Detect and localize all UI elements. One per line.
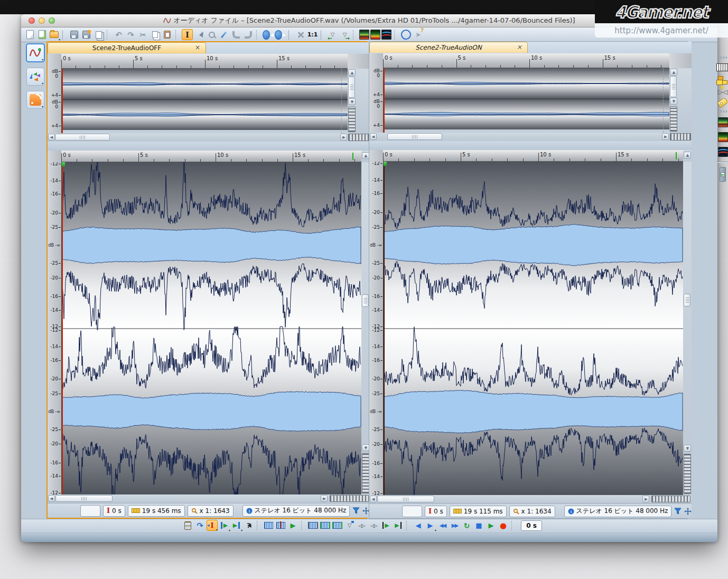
audio-range-refresh-icon[interactable]: ↷: [194, 520, 206, 531]
loop-region-b-icon[interactable]: [320, 520, 331, 531]
paste-icon[interactable]: [162, 29, 173, 40]
filter-funnel-icon[interactable]: [674, 508, 682, 515]
scroll-down-button[interactable]: ▼: [684, 445, 691, 452]
open-folder-icon[interactable]: ▾: [49, 29, 60, 40]
shuttle-drawer-icon[interactable]: [182, 520, 193, 531]
scroll-left-button[interactable]: ◀: [370, 133, 377, 140]
close-tab-icon[interactable]: ×: [195, 44, 200, 51]
record-icon[interactable]: ●: [498, 520, 509, 531]
play-selection-wave-icon[interactable]: [263, 520, 274, 531]
save-as-icon[interactable]: [81, 29, 92, 40]
vertical-zoom-control[interactable]: [348, 107, 356, 132]
mini-fader[interactable]: [720, 167, 726, 182]
status-zoom[interactable]: x 1: 1643: [188, 505, 234, 517]
rail-grip-handle[interactable]: [718, 57, 727, 59]
document-tab[interactable]: Scene2-TrueAudioON×: [369, 42, 528, 53]
kicker-right-tool-icon[interactable]: [242, 29, 254, 40]
loop-playback-icon[interactable]: ↻: [461, 520, 472, 531]
loudness-view-thumbnail[interactable]: [718, 147, 728, 157]
crossfade-bowtie-icon[interactable]: ▷◁: [718, 89, 727, 95]
scroll-up-button[interactable]: ▲: [684, 152, 691, 158]
scroll-right-button[interactable]: ▶: [321, 495, 328, 502]
scroll-right-button[interactable]: ▶: [642, 496, 649, 502]
skip-bowtie-right-icon[interactable]: ◁▷: [368, 520, 379, 531]
marker-drop-right-icon[interactable]: ▽: [339, 29, 350, 40]
main-vscroll-top[interactable]: ▲: [683, 150, 692, 162]
play-skip-selection-icon[interactable]: [275, 520, 286, 531]
podcast-workspace-button[interactable]: ▾: [26, 91, 44, 109]
horizontal-zoom-control[interactable]: [651, 496, 690, 502]
main-wave-area[interactable]: [383, 162, 683, 495]
new-file-icon[interactable]: [24, 29, 35, 40]
view-loudness-thumb-icon[interactable]: [381, 30, 391, 40]
overview-ruler[interactable]: 0 s5 s10 s15 s: [383, 53, 669, 68]
flowchart-icon[interactable]: [717, 76, 728, 85]
horizontal-zoom-control[interactable]: [670, 133, 691, 141]
status-zoom[interactable]: x 1: 1634: [509, 506, 555, 517]
hscroll-thumb[interactable]: [387, 133, 442, 140]
render-copy-icon[interactable]: [93, 29, 104, 40]
main-waveform-canvas[interactable]: [62, 162, 361, 494]
marker-drop-left-icon[interactable]: ▽: [327, 29, 338, 40]
overview-ruler[interactable]: 0 s5 s10 s15 s20: [61, 54, 348, 69]
vertical-zoom-control[interactable]: [684, 454, 691, 494]
scroll-down-button[interactable]: ▼: [348, 98, 356, 105]
piano-keys-icon[interactable]: [716, 63, 728, 71]
level-view-thumbnail[interactable]: [718, 117, 728, 127]
overview-wave-area[interactable]: [383, 68, 669, 133]
pane-splitter[interactable]: [369, 141, 692, 150]
rewind-icon[interactable]: ◀◀: [437, 520, 448, 531]
wave-editor-workspace-button[interactable]: ▾: [26, 43, 45, 62]
pencil-tool-icon[interactable]: [218, 29, 229, 40]
fast-forward-icon[interactable]: ▶▶: [449, 520, 460, 531]
undo-icon[interactable]: ↶: [113, 29, 124, 40]
zoom-window-button[interactable]: [49, 17, 55, 24]
play-tool-icon[interactable]: [194, 29, 205, 40]
main-ruler[interactable]: 0 s5 s10 s15 s: [383, 150, 683, 162]
vscroll-thumb[interactable]: [670, 76, 677, 97]
move-cross-icon[interactable]: [684, 508, 692, 515]
copy-icon[interactable]: [150, 29, 161, 40]
overview-waveform-canvas[interactable]: [62, 69, 348, 130]
hscroll-thumb[interactable]: [377, 496, 434, 502]
vscroll-thumb[interactable]: [348, 77, 355, 98]
marker-funnel-icon[interactable]: ▽: [344, 520, 355, 531]
loop-region-c-icon[interactable]: [332, 520, 343, 531]
overview-vscrollbar[interactable]: ▲▼: [348, 69, 370, 133]
kicker-left-tool-icon[interactable]: [230, 29, 241, 40]
horizontal-zoom-control[interactable]: [330, 495, 369, 502]
status-audio-format[interactable]: iステレオ 16 ビット 48 000 Hz: [564, 506, 672, 517]
zoom-tool-icon[interactable]: [206, 29, 217, 40]
close-tab-icon[interactable]: ×: [517, 43, 522, 51]
play-to-cursor-icon[interactable]: ▶▾: [231, 520, 242, 531]
vscroll-thumb[interactable]: [362, 294, 369, 307]
status-cursor-position[interactable]: I0 s: [425, 506, 447, 517]
main-hscrollbar[interactable]: ◀▶: [369, 495, 692, 503]
loop-region-a-icon[interactable]: [307, 520, 319, 531]
skip-bowtie-left-icon[interactable]: ◁▷: [356, 520, 367, 531]
play-from-start-icon[interactable]: ▶: [380, 520, 391, 531]
view-spectrum-thumb-icon[interactable]: [370, 30, 380, 40]
hscroll-thumb[interactable]: [55, 495, 113, 502]
scroll-left-button[interactable]: ◀: [48, 495, 55, 502]
pane-splitter[interactable]: [48, 142, 370, 151]
overview-vscrollbar[interactable]: ▲▼: [669, 68, 692, 133]
scroll-right-button[interactable]: ▶: [340, 134, 347, 141]
spectrum-view-thumbnail[interactable]: [718, 132, 728, 142]
rail-grip-handle-2[interactable]: [718, 110, 727, 113]
scroll-right-button[interactable]: ▶: [662, 133, 669, 140]
overview-hscrollbar[interactable]: ◀▶: [369, 133, 669, 141]
stop-icon[interactable]: ■: [473, 520, 484, 531]
transport-time-display[interactable]: 0 s: [521, 520, 542, 531]
nav-back-icon[interactable]: ◀: [263, 29, 274, 40]
vertical-zoom-control[interactable]: [670, 106, 677, 132]
jet-scroll-icon[interactable]: [295, 29, 306, 40]
nav-forward-icon[interactable]: ▶: [275, 29, 286, 40]
main-ruler[interactable]: 0 s5 s10 s15 s: [61, 151, 361, 162]
zoom-1-1-icon[interactable]: 1:1: [307, 29, 318, 40]
go-to-start-icon[interactable]: ◀: [413, 520, 424, 531]
status-duration[interactable]: 19 s 456 ms: [128, 505, 185, 517]
main-hscrollbar[interactable]: ◀▶: [48, 494, 370, 503]
document-tab[interactable]: Scene2-TrueAudioOFF×: [48, 42, 206, 53]
redo-icon[interactable]: ↷: [125, 29, 136, 40]
